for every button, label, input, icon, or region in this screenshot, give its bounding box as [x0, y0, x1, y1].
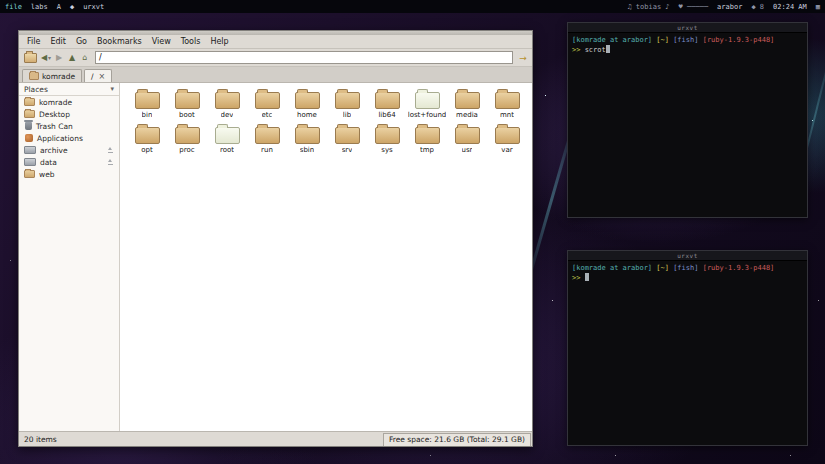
- home-button[interactable]: ⌂: [79, 51, 91, 64]
- folder-icon: [455, 92, 480, 109]
- tab-root[interactable]: / ×: [84, 69, 112, 82]
- battery-indicator: ♥ ─────: [679, 3, 709, 11]
- folder-icon: [295, 92, 320, 109]
- folder-item[interactable]: etc: [247, 92, 287, 127]
- folder-item[interactable]: tmp: [407, 127, 447, 162]
- folder-item[interactable]: sbin: [287, 127, 327, 162]
- places-header[interactable]: Places ▾: [19, 83, 119, 96]
- sidebar-item-applications[interactable]: Applications: [19, 132, 119, 144]
- folder-label: lost+found: [408, 111, 447, 119]
- address-input[interactable]: /: [95, 51, 513, 64]
- forward-button[interactable]: ▶: [53, 51, 65, 64]
- folder-icon: [24, 170, 35, 178]
- jump-button[interactable]: →: [517, 51, 529, 64]
- applications-icon: [25, 134, 33, 142]
- folder-item[interactable]: root: [207, 127, 247, 162]
- sidebar-item-data[interactable]: data: [19, 156, 119, 168]
- sidebar-item-label: Trash Can: [36, 122, 73, 131]
- menu-bookmarks[interactable]: Bookmarks: [92, 36, 147, 47]
- folder-item[interactable]: dev: [207, 92, 247, 127]
- folder-icon: [135, 92, 160, 109]
- folder-icon: [135, 127, 160, 144]
- network-indicator: ◆ 8: [751, 3, 764, 11]
- folder-item[interactable]: boot: [167, 92, 207, 127]
- folder-item[interactable]: lib64: [367, 92, 407, 127]
- sidebar-item-archive[interactable]: archive: [19, 144, 119, 156]
- tab-close-button[interactable]: ×: [99, 72, 106, 81]
- folder-label: media: [456, 111, 478, 119]
- menu-help[interactable]: Help: [205, 36, 233, 47]
- tab-komrade[interactable]: komrade: [22, 69, 82, 82]
- folder-label: dev: [221, 111, 234, 119]
- sidebar-item-desktop[interactable]: Desktop: [19, 108, 119, 120]
- menu-view[interactable]: View: [147, 36, 176, 47]
- menu-tools[interactable]: Tools: [176, 36, 206, 47]
- workspace-tag[interactable]: ◆: [70, 3, 74, 11]
- folder-label: home: [297, 111, 317, 119]
- new-tab-icon[interactable]: [24, 53, 37, 63]
- back-icon: ◀: [41, 53, 47, 62]
- folder-icon: [29, 72, 39, 80]
- folder-item[interactable]: var: [487, 127, 527, 162]
- prompt-user-host: [komrade at arabor]: [572, 264, 652, 272]
- folder-label: proc: [179, 146, 194, 154]
- folder-icon: [255, 92, 280, 109]
- sidebar-item-label: komrade: [39, 98, 72, 107]
- layout-icon: ▦: [816, 3, 820, 11]
- tab-label: /: [91, 72, 94, 81]
- folder-icon: [455, 127, 480, 144]
- folder-item[interactable]: mnt: [487, 92, 527, 127]
- workspace-tag[interactable]: labs: [31, 3, 48, 11]
- top-status-bar: file labs A ◆ urxvt ♫ tobias ♪ ♥ ───── a…: [0, 0, 825, 13]
- folder-item[interactable]: sys: [367, 127, 407, 162]
- prompt-ruby-version: [ruby-1.9.3-p448]: [698, 36, 774, 44]
- folder-icon: [415, 127, 440, 144]
- tab-label: komrade: [42, 72, 75, 81]
- sidebar-item-label: data: [40, 158, 57, 167]
- clock: 02:24 AM: [773, 3, 807, 11]
- terminal-titlebar[interactable]: urxvt: [568, 23, 807, 33]
- workspace-tag[interactable]: file: [5, 3, 22, 11]
- folder-icon: [415, 92, 440, 109]
- folder-item[interactable]: lib: [327, 92, 367, 127]
- folder-label: etc: [262, 111, 273, 119]
- folder-item[interactable]: srv: [327, 127, 367, 162]
- terminal-cursor: [585, 273, 589, 281]
- folder-item[interactable]: lost+found: [407, 92, 447, 127]
- folder-icon: [215, 92, 240, 109]
- chevron-down-icon[interactable]: ▾: [48, 54, 51, 61]
- back-button[interactable]: ◀▾: [40, 51, 52, 64]
- eject-icon[interactable]: [107, 147, 114, 153]
- folder-item[interactable]: home: [287, 92, 327, 127]
- sidebar-item-web[interactable]: web: [19, 168, 119, 180]
- up-button[interactable]: ▲: [66, 51, 78, 64]
- folder-item[interactable]: proc: [167, 127, 207, 162]
- folder-item[interactable]: run: [247, 127, 287, 162]
- folder-item[interactable]: opt: [127, 127, 167, 162]
- terminal-content[interactable]: [komrade at arabor] [~] [fish] [ruby-1.9…: [568, 33, 807, 58]
- hostname-label: arabor: [717, 3, 742, 11]
- folder-label: boot: [179, 111, 195, 119]
- menu-edit[interactable]: Edit: [45, 36, 71, 47]
- terminal-content[interactable]: [komrade at arabor] [~] [fish] [ruby-1.9…: [568, 261, 807, 286]
- terminal-titlebar[interactable]: urxvt: [568, 251, 807, 261]
- workspace-tag[interactable]: A: [57, 3, 61, 11]
- fm-body: Places ▾ komrade Desktop Trash Can Appli…: [19, 83, 532, 431]
- prompt-user-host: [komrade at arabor]: [572, 36, 652, 44]
- free-space-indicator: Free space: 21.6 GB (Total: 29.1 GB): [383, 433, 531, 446]
- folder-item[interactable]: media: [447, 92, 487, 127]
- folder-icon: [495, 92, 520, 109]
- sidebar-item-trash[interactable]: Trash Can: [19, 120, 119, 132]
- terminal-command-line: >> scrot: [572, 45, 803, 55]
- folder-item[interactable]: usr: [447, 127, 487, 162]
- sidebar-item-label: archive: [40, 146, 68, 155]
- menu-file[interactable]: File: [22, 36, 45, 47]
- prompt-caret: >>: [572, 46, 585, 54]
- folder-item[interactable]: bin: [127, 92, 167, 127]
- folder-label: opt: [141, 146, 152, 154]
- menu-go[interactable]: Go: [71, 36, 92, 47]
- folder-label: run: [261, 146, 273, 154]
- eject-icon[interactable]: [107, 159, 114, 165]
- sidebar-item-komrade[interactable]: komrade: [19, 96, 119, 108]
- prompt-shell: [fish]: [669, 36, 699, 44]
